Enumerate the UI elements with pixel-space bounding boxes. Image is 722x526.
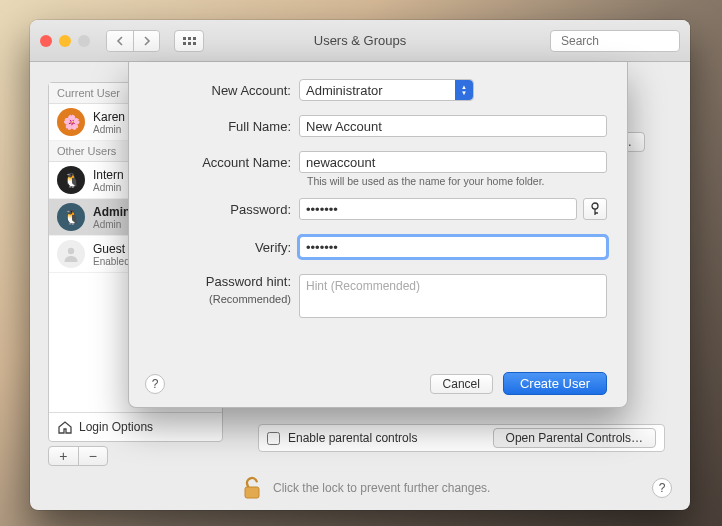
minimize-window-icon[interactable] [59,35,71,47]
window-controls [40,35,90,47]
back-button[interactable] [107,31,133,51]
search-input[interactable] [561,34,690,48]
verify-input[interactable]: ••••••• [299,236,607,258]
grid-icon [183,37,196,45]
guest-silhouette-icon [62,245,80,263]
account-type-select[interactable]: Administrator ▲▼ [299,79,474,101]
account-name-input[interactable]: newaccount [299,151,607,173]
select-arrows-icon: ▲▼ [455,80,473,100]
sheet-help-button[interactable]: ? [145,374,165,394]
titlebar: Users & Groups [30,20,690,62]
house-icon [57,419,73,435]
nav-buttons [106,30,160,52]
label-account-name: Account Name: [149,155,299,170]
search-field[interactable] [550,30,680,52]
password-input[interactable]: ••••••• [299,198,577,220]
user-role: Admin [93,182,124,193]
add-user-button[interactable]: + [49,447,78,465]
login-options-label: Login Options [79,420,153,434]
prefs-window: Users & Groups Current User 🌸 Karen Admi… [30,20,690,510]
enable-parental-label: Enable parental controls [288,431,417,445]
svg-point-4 [592,203,598,209]
enable-parental-checkbox[interactable] [267,432,280,445]
new-account-sheet: New Account: Administrator ▲▼ Full Name:… [128,62,628,408]
create-user-button[interactable]: Create User [503,372,607,395]
user-name: Intern [93,168,124,182]
lock-icon[interactable] [241,476,263,500]
avatar: 🐧 [57,166,85,194]
password-key-button[interactable] [583,198,607,220]
account-name-hint: This will be used as the name for your h… [287,175,627,187]
full-name-input[interactable]: New Account [299,115,607,137]
parental-controls-bar: Enable parental controls Open Parental C… [258,424,665,452]
avatar: 🐧 [57,203,85,231]
help-button[interactable]: ? [652,478,672,498]
forward-button[interactable] [133,31,159,51]
user-role: Enabled [93,256,130,267]
close-window-icon[interactable] [40,35,52,47]
lock-text: Click the lock to prevent further change… [273,481,490,495]
remove-user-button[interactable]: − [78,447,108,465]
password-hint-input[interactable]: Hint (Recommended) [299,274,607,318]
account-type-value: Administrator [306,83,383,98]
zoom-window-icon[interactable] [78,35,90,47]
avatar: 🌸 [57,108,85,136]
svg-rect-3 [245,487,259,498]
user-role: Admin [93,219,130,230]
label-new-account: New Account: [149,83,299,98]
svg-point-2 [68,248,74,254]
cancel-button[interactable]: Cancel [430,374,493,394]
lock-row: Click the lock to prevent further change… [241,476,672,500]
open-parental-controls-button[interactable]: Open Parental Controls… [493,428,656,448]
avatar [57,240,85,268]
user-name: Guest [93,242,130,256]
key-icon [589,202,601,216]
chevron-left-icon [116,36,124,46]
sidebar-add-remove: + − [48,446,108,466]
label-password-hint: Password hint: (Recommended) [149,274,299,308]
user-name: Admin [93,205,130,219]
label-password: Password: [149,202,299,217]
user-role: Admin [93,124,125,135]
chevron-right-icon [143,36,151,46]
label-verify: Verify: [149,240,299,255]
login-options[interactable]: Login Options [49,412,222,441]
user-name: Karen [93,110,125,124]
label-full-name: Full Name: [149,119,299,134]
show-all-button[interactable] [174,30,204,52]
